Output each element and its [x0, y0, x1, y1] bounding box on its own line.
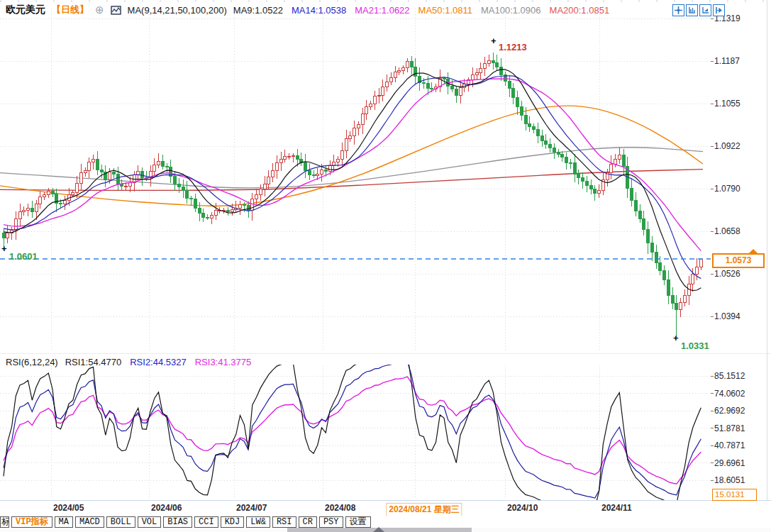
- price-axis-label: 1.0658: [714, 226, 741, 236]
- rsi-axis-label: 51.8781: [714, 423, 745, 433]
- candles-layer: [2, 52, 702, 337]
- tab-MA[interactable]: MA: [55, 516, 73, 528]
- tab-标[interactable]: 标: [0, 516, 9, 528]
- axis-play-icon[interactable]: [699, 4, 711, 16]
- ma-value-label: MA14:1.0538: [292, 5, 346, 16]
- time-axis-selected-date[interactable]: 2024/08/21 星期三: [386, 503, 462, 516]
- price-axis-label: 1.0790: [714, 184, 741, 194]
- tab-BIAS[interactable]: BIAS: [163, 516, 192, 528]
- left-low-marker-icon: +: [1, 245, 7, 253]
- tab-CCI[interactable]: CCI: [194, 516, 218, 528]
- time-axis-label: 2024/06: [151, 503, 182, 513]
- time-axis: 2024/052024/062024/072024/082024/08/21 星…: [0, 500, 771, 516]
- rsi-values: RSI1:54.4770RSI2:44.5327RSI3:41.3775: [65, 357, 252, 367]
- window-right-edge: [767, 0, 767, 532]
- high-price-annotation: 1.1213: [499, 42, 527, 52]
- low-price-annotation: 1.0331: [681, 340, 709, 351]
- rsi-axis-label: 29.6961: [714, 458, 745, 468]
- price-axis-label: 1.0526: [714, 269, 741, 279]
- tab-KDJ[interactable]: KDJ: [221, 516, 245, 528]
- time-axis-label: 2024/11: [601, 503, 632, 513]
- chart-toolbar: [672, 4, 725, 16]
- price-axis-label: 1.1187: [714, 56, 740, 66]
- rsi-header: RSI(6,12,24) RSI1:54.4770RSI2:44.5327RSI…: [6, 357, 251, 367]
- panel-grip-icon[interactable]: [373, 527, 384, 532]
- ma-value-label: MA9:1.0522: [233, 5, 283, 16]
- period-label: 【日线】: [52, 4, 89, 16]
- trading-chart-window: 欧元美元 【日线】 ⊕ MA(9,14,21,50,100,200) MA9:1…: [0, 0, 771, 532]
- ma-value-label: MA200:1.0851: [550, 5, 610, 16]
- price-axis-label: 1.0922: [714, 141, 741, 151]
- pan-right-icon[interactable]: [713, 4, 725, 16]
- axis-fit-icon[interactable]: [686, 4, 698, 16]
- rsi-axis-label: 62.9692: [714, 406, 745, 416]
- rsi-value-label: RSI3:41.3775: [195, 357, 252, 367]
- indicator-tab-bar: 标VIP指标MAMACDBOLLVOLBIASCCIKDJLW&RSICRPSY…: [0, 516, 771, 528]
- time-axis-label: 2024/08: [325, 503, 355, 513]
- rsi-value-label: RSI2:44.5327: [130, 357, 187, 367]
- rsi-axis-label: 18.6051: [714, 475, 745, 485]
- symbol-name: 欧元美元: [6, 4, 45, 16]
- chart-header: 欧元美元 【日线】 ⊕ MA(9,14,21,50,100,200) MA9:1…: [6, 4, 609, 16]
- ma-group-label: MA(9,14,21,50,100,200): [128, 5, 227, 16]
- rsi-axis-label: 74.0602: [714, 389, 745, 399]
- tab-CR[interactable]: CR: [299, 516, 317, 528]
- current-price-arrow-base: [751, 253, 755, 255]
- circle-plus-icon[interactable]: ⊕: [95, 5, 104, 15]
- ma-values: MA9:1.0522MA14:1.0538MA21:1.0622MA50:1.0…: [233, 5, 609, 16]
- tab-MACD[interactable]: MACD: [75, 516, 104, 528]
- tab-VIP指标[interactable]: VIP指标: [11, 516, 52, 528]
- rsi-current-badge: 15.0131: [712, 489, 757, 501]
- tab-BOLL[interactable]: BOLL: [106, 516, 135, 528]
- tab-PSY[interactable]: PSY: [319, 516, 343, 528]
- low-marker-icon: +: [673, 335, 679, 342]
- ma-value-label: MA100:1.0906: [481, 5, 541, 16]
- time-axis-label: 2024/10: [507, 503, 538, 513]
- bottom-scrollbar[interactable]: [0, 528, 771, 532]
- tab-设置[interactable]: 设置: [345, 516, 371, 528]
- price-axis-label: 1.1055: [714, 99, 741, 109]
- ma-value-label: MA21:1.0622: [355, 5, 409, 16]
- ma-value-label: MA50:1.0811: [418, 5, 472, 16]
- rsi-axis-label: 85.1512: [714, 371, 745, 381]
- rsi-axis-label: 40.7871: [714, 440, 745, 450]
- tab-VOL[interactable]: VOL: [138, 516, 162, 528]
- price-axis-label: 1.0394: [714, 311, 741, 321]
- rsi-value-label: RSI1:54.4770: [65, 357, 122, 367]
- price-chart-canvas[interactable]: [0, 0, 771, 532]
- tab-LW&[interactable]: LW&: [246, 516, 270, 528]
- time-axis-label: 2024/05: [53, 503, 84, 513]
- candlestick-chart-icon[interactable]: [111, 5, 121, 16]
- time-axis-label: 2024/07: [236, 503, 267, 513]
- current-price-badge: 1.0573: [712, 253, 765, 268]
- crosshair-icon[interactable]: [672, 4, 684, 16]
- left-low-annotation: 1.0601: [9, 251, 38, 262]
- rsi-title: RSI(6,12,24): [6, 357, 58, 367]
- high-marker-icon: +: [491, 38, 497, 45]
- gridlines: [0, 9, 711, 499]
- tab-RSI[interactable]: RSI: [272, 516, 296, 528]
